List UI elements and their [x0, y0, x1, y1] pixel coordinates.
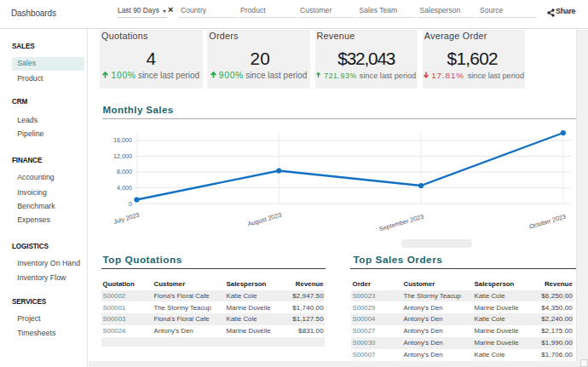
svg-text:September 2023: September 2023: [378, 213, 424, 233]
svg-text:July 2023: July 2023: [112, 211, 141, 226]
svg-text:August 2023: August 2023: [246, 211, 282, 228]
svg-text:16,000: 16,000: [113, 136, 132, 144]
svg-text:0: 0: [129, 200, 132, 208]
svg-text:12,000: 12,000: [113, 152, 132, 160]
svg-text:October 2023: October 2023: [528, 213, 567, 231]
svg-text:8,000: 8,000: [117, 168, 132, 175]
svg-text:4,000: 4,000: [117, 184, 132, 192]
